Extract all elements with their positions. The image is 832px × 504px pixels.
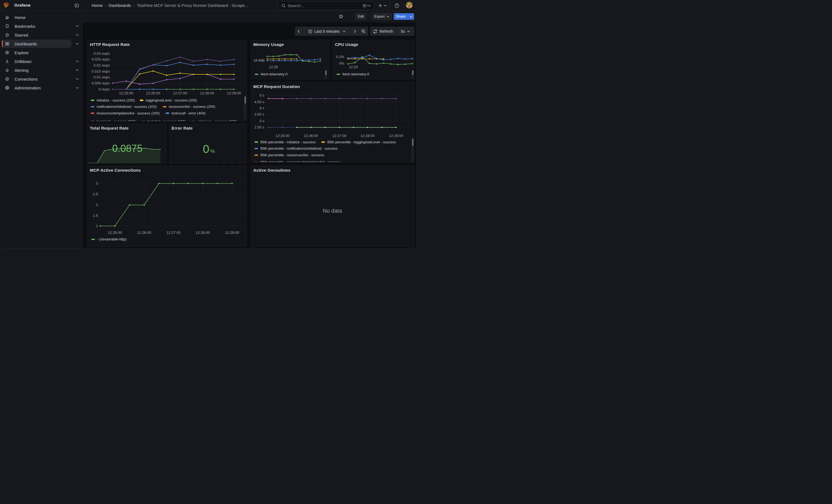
svg-text:5 s: 5 s [259,93,264,97]
svg-text:0.2%: 0.2% [336,55,344,59]
svg-text:0%: 0% [339,61,344,65]
svg-text:2.5: 2.5 [93,192,98,196]
svg-text:16 MiB: 16 MiB [253,58,264,62]
svg-text:12:28:00: 12:28:00 [196,231,210,235]
svg-text:12:27:00: 12:27:00 [332,133,346,137]
svg-text:12:29:00: 12:29:00 [227,91,241,95]
svg-text:0.03 req/s: 0.03 req/s [94,51,110,56]
svg-text:0.01 req/s: 0.01 req/s [94,75,110,79]
svg-text:12:29:00: 12:29:00 [225,231,239,235]
svg-text:12:25: 12:25 [268,65,278,69]
svg-text:4.50 s: 4.50 s [254,100,264,104]
svg-text:0: 0 [203,142,209,155]
svg-text:12:28:00: 12:28:00 [360,133,374,137]
svg-text:12:29:00: 12:29:00 [389,133,403,137]
svg-text:12:25:00: 12:25:00 [119,91,133,95]
svg-text:0.015 req/s: 0.015 req/s [92,69,110,74]
svg-text:%: % [210,148,215,154]
svg-text:0 req/s: 0 req/s [99,87,110,91]
svg-text:12:25:00: 12:25:00 [276,133,289,137]
svg-text:3.50 s: 3.50 s [254,112,264,116]
svg-text:0.0875: 0.0875 [112,143,142,154]
svg-text:0.005 req/s: 0.005 req/s [92,81,110,85]
svg-text:4 s: 4 s [259,106,264,110]
svg-text:12:26:00: 12:26:00 [137,231,151,235]
svg-text:1.5: 1.5 [93,213,98,217]
svg-text:0.02 req/s: 0.02 req/s [94,63,110,68]
svg-text:12:27:00: 12:27:00 [166,231,180,235]
svg-text:12:26:00: 12:26:00 [304,133,318,137]
svg-text:12:28:00: 12:28:00 [200,91,214,95]
svg-text:1: 1 [96,224,98,228]
svg-text:12:25:00: 12:25:00 [108,231,122,235]
svg-text:0.025 req/s: 0.025 req/s [92,57,110,61]
svg-text:12:27:00: 12:27:00 [173,91,187,95]
svg-text:3 s: 3 s [259,119,264,123]
svg-text:12:26:00: 12:26:00 [146,91,160,95]
svg-text:2.50 s: 2.50 s [254,125,264,129]
svg-text:12:25: 12:25 [348,65,358,69]
svg-text:2: 2 [96,203,98,207]
svg-text:3: 3 [96,181,98,185]
